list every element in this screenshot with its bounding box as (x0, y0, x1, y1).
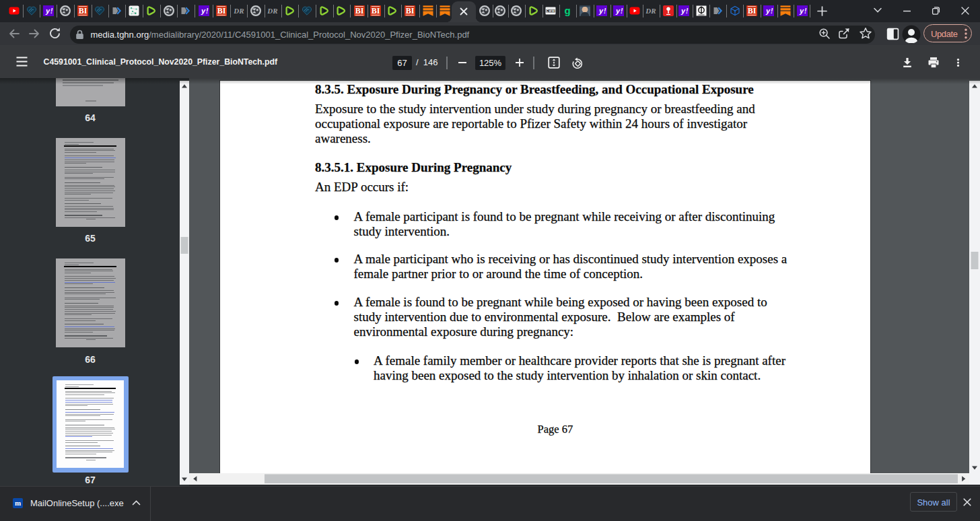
svg-text:BI: BI (406, 6, 415, 15)
svg-text:y: y (598, 7, 604, 15)
svg-text:y: y (615, 7, 621, 15)
svg-text:BI: BI (79, 6, 88, 15)
svg-text:y: y (765, 7, 771, 15)
svg-text:DR: DR (234, 7, 244, 15)
svg-text:BI: BI (748, 6, 757, 15)
svg-text:DR: DR (267, 7, 278, 15)
svg-text:y: y (44, 7, 50, 15)
svg-text:g: g (564, 5, 570, 16)
svg-text:CWW: CWW (547, 9, 555, 13)
svg-text:BI: BI (217, 6, 225, 15)
svg-text:y: y (200, 7, 205, 15)
svg-text:BI: BI (355, 6, 363, 15)
svg-text:y: y (680, 7, 686, 15)
svg-text:DR: DR (645, 7, 656, 15)
svg-text:BI: BI (372, 6, 380, 15)
svg-text:y: y (798, 7, 804, 15)
